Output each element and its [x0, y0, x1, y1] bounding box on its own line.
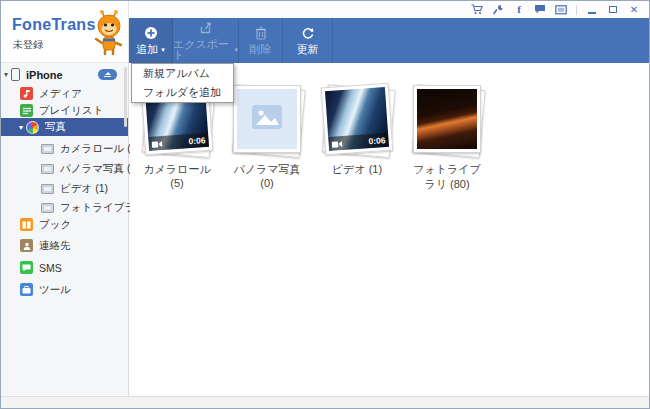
video-duration: 0:06 — [188, 135, 206, 146]
sidebar-item-photo-library[interactable]: フォトライブラリ (80) — [1, 199, 128, 216]
sidebar-item-label: ツール — [39, 283, 71, 297]
sidebar-item-sms[interactable]: SMS — [1, 259, 128, 276]
sidebar-item-label: ビデオ (1) — [60, 182, 108, 196]
fonetrans-window: FoneTrans 未登録 — [0, 0, 650, 409]
sidebar-item-label: SMS — [39, 262, 62, 274]
sidebar-item-books[interactable]: ブック — [1, 216, 128, 233]
album-icon — [41, 164, 54, 174]
placeholder-image-icon — [252, 105, 282, 133]
cart-icon[interactable] — [471, 4, 483, 16]
sidebar-item-label: プレイリスト — [39, 104, 103, 118]
export-dropdown-arrow-icon: ▾ — [234, 46, 238, 53]
toolbar: 追加▾ エクスポート▾ 削除 更新 — [129, 18, 649, 63]
titlebar: f ✕ — [129, 1, 649, 18]
close-button[interactable]: ✕ — [628, 4, 640, 16]
album-thumbnail — [413, 85, 481, 153]
album-label: ビデオ (1) — [318, 162, 396, 177]
sidebar-item-camera-roll[interactable]: カメラロール (5) — [1, 140, 128, 157]
titlebar-separator — [576, 5, 577, 15]
sidebar-item-panorama[interactable]: パノラマ写真 (0) — [1, 160, 128, 177]
menu-item-add-folder[interactable]: フォルダを追加 — [132, 83, 233, 102]
export-button-label: エクスポート — [173, 39, 231, 61]
mascot-icon — [93, 10, 125, 60]
sidebar-scrollbar[interactable] — [124, 67, 127, 127]
trash-icon — [255, 26, 267, 42]
status-bar — [1, 396, 649, 408]
sidebar-item-media[interactable]: メディア — [1, 85, 128, 102]
add-dropdown-menu: 新規アルバム フォルダを追加 — [131, 63, 234, 103]
refresh-icon — [301, 26, 315, 42]
sidebar-item-label: カメラロール (5) — [60, 142, 140, 156]
add-button[interactable]: 追加▾ — [129, 18, 173, 63]
sidebar-item-tools[interactable]: ツール — [1, 281, 128, 298]
sidebar-item-contacts[interactable]: 連絡先 — [1, 237, 128, 254]
video-camera-icon — [151, 134, 163, 151]
export-button[interactable]: エクスポート▾ — [173, 18, 239, 63]
sidebar-item-video[interactable]: ビデオ (1) — [1, 180, 128, 197]
sidebar-item-label: 連絡先 — [39, 239, 71, 253]
sidebar: ▾ iPhone メディア プレイリスト ▾ 写真 カメラロール (5) — [1, 63, 129, 396]
book-icon — [20, 218, 33, 231]
sidebar-item-playlist[interactable]: プレイリスト — [1, 102, 128, 119]
minimize-button[interactable] — [586, 4, 598, 16]
device-name: iPhone — [26, 69, 63, 81]
album-icon — [41, 144, 54, 154]
album-label: フォトライブラリ (80) — [408, 162, 486, 192]
export-icon — [199, 21, 213, 37]
menu-item-new-album[interactable]: 新規アルバム — [132, 64, 233, 83]
maximize-button[interactable] — [607, 4, 619, 16]
video-duration: 0:06 — [368, 135, 386, 146]
delete-button[interactable]: 削除 — [239, 18, 283, 63]
album-icon — [41, 203, 54, 213]
album-video[interactable]: 0:06 ビデオ (1) — [318, 85, 396, 192]
sidebar-item-iphone[interactable]: ▾ iPhone — [1, 66, 128, 83]
eject-button[interactable] — [98, 69, 117, 80]
album-label: パノラマ写真 (0) — [228, 162, 306, 189]
media-icon — [20, 87, 33, 100]
sidebar-item-photos[interactable]: ▾ 写真 — [1, 118, 128, 136]
facebook-icon[interactable]: f — [513, 4, 525, 16]
video-camera-icon — [331, 134, 343, 151]
sidebar-item-label: パノラマ写真 (0) — [60, 162, 140, 176]
sidebar-item-label: メディア — [39, 87, 82, 101]
app-title: FoneTrans — [12, 16, 96, 34]
chat-icon[interactable] — [534, 4, 546, 16]
album-photo-library[interactable]: フォトライブラリ (80) — [408, 85, 486, 192]
add-button-label: 追加 — [136, 44, 158, 55]
album-thumbnail — [233, 85, 301, 153]
playlist-icon — [20, 104, 33, 117]
add-dropdown-arrow-icon: ▾ — [161, 46, 165, 53]
sidebar-item-label: ブック — [39, 218, 71, 232]
feedback-window-icon[interactable] — [555, 4, 567, 16]
iphone-icon — [11, 68, 20, 81]
expand-arrow-icon[interactable]: ▾ — [1, 70, 11, 79]
main-content: 0:06 カメラロール (5) — [130, 63, 649, 396]
logo-panel: FoneTrans 未登録 — [1, 1, 129, 63]
tools-icon — [20, 283, 33, 296]
contacts-icon — [20, 239, 33, 252]
expand-arrow-icon[interactable]: ▾ — [16, 123, 26, 132]
refresh-button[interactable]: 更新 — [283, 18, 333, 63]
sidebar-item-label: 写真 — [45, 120, 66, 134]
wrench-icon[interactable] — [492, 4, 504, 16]
album-panorama[interactable]: パノラマ写真 (0) — [228, 85, 306, 192]
add-icon — [144, 26, 158, 42]
sms-icon — [20, 261, 33, 274]
album-label: カメラロール (5) — [138, 162, 216, 189]
delete-button-label: 削除 — [250, 44, 272, 55]
album-thumbnail: 0:06 — [321, 83, 394, 156]
photos-icon — [26, 121, 39, 134]
album-icon — [41, 184, 54, 194]
registration-status: 未登録 — [13, 38, 43, 52]
refresh-button-label: 更新 — [297, 44, 319, 55]
